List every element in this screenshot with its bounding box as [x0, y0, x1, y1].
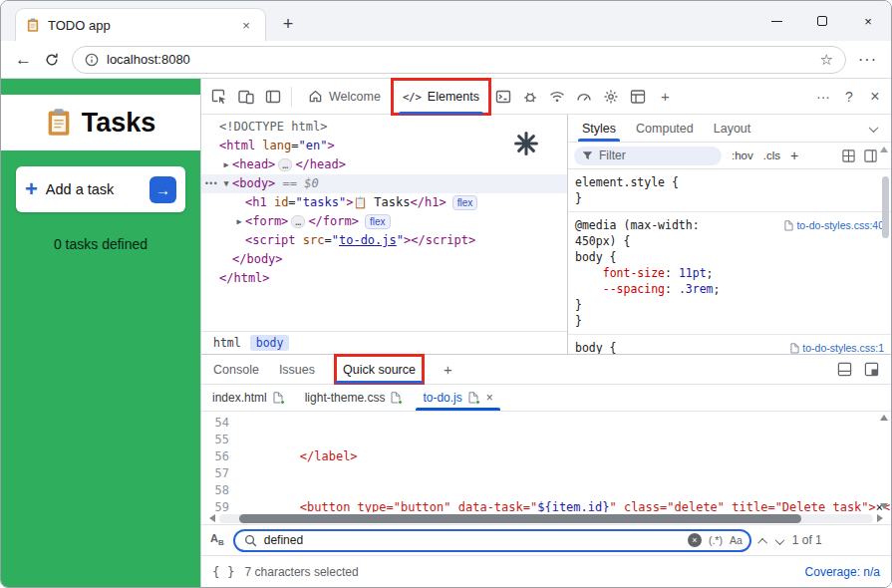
activity-bar-icon[interactable]	[259, 83, 286, 110]
close-file-icon[interactable]: ×	[486, 391, 493, 405]
refresh-button[interactable]	[44, 52, 60, 68]
browser-menu-button[interactable]: ···	[858, 51, 877, 69]
add-tools-icon[interactable]: +	[652, 83, 679, 110]
tab-styles[interactable]: Styles	[572, 115, 626, 142]
horizontal-scrollbar[interactable]	[201, 512, 891, 524]
device-emulation-icon[interactable]	[232, 83, 259, 110]
dom-node-script[interactable]: <script src="to-do.js"></script>	[201, 231, 567, 250]
stylesheet-link[interactable]: to-do-styles.css:1	[790, 340, 884, 354]
elements-panel: <!DOCTYPE html> <html lang="en"> ▶<head>…	[201, 115, 891, 354]
next-match-button[interactable]	[776, 531, 783, 549]
tab-elements[interactable]: </> Elements	[392, 79, 490, 115]
collapse-arrow-icon[interactable]: ▼	[220, 174, 232, 193]
new-tab-button[interactable]: +	[274, 10, 302, 38]
tab-welcome[interactable]: Welcome	[297, 79, 392, 115]
scroll-down-arrow[interactable]	[880, 503, 888, 509]
submit-arrow-icon[interactable]: →	[149, 176, 176, 203]
pseudo-state-button[interactable]: :hov	[732, 149, 753, 161]
search-input[interactable]: defined × (.*) Aa	[233, 529, 751, 552]
grid-editor-icon[interactable]	[842, 149, 855, 162]
tab-console[interactable]: Console	[213, 355, 259, 384]
devtools-close-icon[interactable]: ×	[863, 88, 887, 106]
dom-node-html[interactable]: <html lang="en">	[201, 137, 567, 155]
scroll-left-arrow[interactable]	[209, 514, 215, 522]
dom-node-html-close[interactable]: </html>	[201, 269, 567, 288]
tab-issues[interactable]: Issues	[279, 355, 315, 384]
media-query-rule[interactable]: @media (max-width: to-do-styles.css:40 4…	[568, 212, 891, 335]
token: "en"	[299, 139, 328, 152]
scrollbar-thumb[interactable]	[239, 514, 801, 523]
scrollbar-track[interactable]	[219, 514, 873, 523]
breadcrumb-body[interactable]: body	[250, 335, 290, 351]
devtools-help-icon[interactable]: ?	[837, 89, 861, 105]
drawer-status-bar: { } 7 characters selected Coverage: n/a	[201, 555, 891, 587]
dom-node-body[interactable]: •••▼<body> == $0	[201, 174, 567, 193]
bookmark-star-icon[interactable]: ☆	[820, 51, 833, 69]
inspect-element-icon[interactable]	[205, 83, 232, 110]
regex-toggle[interactable]: (.*)	[709, 534, 723, 546]
panel-caret-icon[interactable]	[870, 122, 877, 136]
add-drawer-tab-button[interactable]: +	[444, 361, 452, 378]
node-menu-icon[interactable]: •••	[204, 174, 217, 193]
line-number: 58	[201, 482, 229, 499]
tab-close-icon[interactable]: ×	[237, 18, 255, 33]
settings-gear-icon[interactable]	[598, 83, 625, 110]
console-tool-icon[interactable]	[490, 83, 517, 110]
breadcrumb-html[interactable]: html	[207, 335, 247, 351]
body-style-rule[interactable]: body { to-do-styles.css:1	[568, 335, 891, 354]
file-tab-to-do-js[interactable]: to-do.js ×	[412, 385, 503, 411]
close-window-button[interactable]: ×	[845, 1, 891, 41]
expand-arrow-icon[interactable]: ▶	[233, 212, 245, 231]
back-button[interactable]: ←	[15, 51, 32, 68]
tab-computed[interactable]: Computed	[626, 115, 704, 142]
application-icon[interactable]	[625, 83, 652, 110]
styles-filter-input[interactable]: Filter	[574, 147, 722, 165]
line-number-gutter[interactable]: 54 55 56 57 58 59	[201, 412, 237, 512]
maximize-button[interactable]	[799, 1, 845, 41]
scrollbar-thumb[interactable]	[882, 176, 889, 238]
tab-layout[interactable]: Layout	[704, 115, 761, 142]
scrollbar-up-arrow[interactable]	[880, 147, 888, 152]
dock-panel-icon[interactable]	[837, 362, 852, 377]
dom-node-head[interactable]: ▶<head>…</head>	[201, 155, 567, 174]
dom-node-body-close[interactable]: </body>	[201, 250, 567, 269]
previous-match-button[interactable]	[760, 531, 767, 549]
expand-arrow-icon[interactable]: ▶	[220, 155, 232, 174]
file-tab-light-theme-css[interactable]: light-theme.css	[294, 385, 413, 411]
dom-node-h1[interactable]: <h1 id="tasks">📋 Tasks</h1>flex	[201, 193, 567, 212]
token: to-do.js	[339, 233, 397, 247]
scroll-right-arrow[interactable]	[877, 514, 883, 522]
browser-tab[interactable]: TODO app ×	[15, 8, 266, 41]
coverage-link[interactable]: Coverage: n/a	[805, 565, 880, 579]
debugger-bug-icon[interactable]	[517, 83, 544, 110]
inline-style-rule[interactable]: element.style { }	[568, 169, 891, 212]
add-task-button[interactable]: + Add a task →	[16, 166, 185, 212]
file-tab-index-html[interactable]: index.html	[201, 385, 294, 411]
performance-icon[interactable]	[571, 83, 598, 110]
split-view-icon[interactable]	[864, 149, 877, 162]
line-number: 55	[201, 432, 229, 448]
class-toggle-button[interactable]: .cls	[763, 149, 780, 161]
new-style-rule-button[interactable]: +	[790, 147, 798, 163]
scroll-up-arrow[interactable]	[880, 415, 888, 421]
pretty-print-icon[interactable]: { }	[212, 564, 235, 579]
dom-node-form[interactable]: ▶<form>…</form>flex	[201, 212, 567, 231]
flex-badge[interactable]: flex	[452, 195, 478, 210]
stylesheet-link[interactable]: to-do-styles.css:40	[784, 217, 884, 233]
devtools-more-icon[interactable]: ···	[811, 89, 835, 105]
vertical-scrollbar[interactable]	[879, 415, 889, 509]
match-case-toggle[interactable]: Aa	[730, 534, 743, 546]
url-bar[interactable]: localhost:8080 ☆	[72, 46, 846, 74]
minimize-button[interactable]	[753, 1, 799, 41]
expand-panel-icon[interactable]	[864, 362, 879, 377]
asterisk-overlay-icon	[513, 131, 539, 156]
clear-search-icon[interactable]: ×	[688, 533, 702, 547]
selection-status: 7 characters selected	[245, 565, 359, 579]
code-lines[interactable]: </label> <button type="button" data-task…	[237, 412, 891, 512]
ab-toggle-icon[interactable]: AB	[210, 532, 224, 547]
todo-app-page: Tasks + Add a task → 0 tasks defined	[1, 79, 200, 587]
network-icon[interactable]	[544, 83, 571, 110]
dom-node-doctype[interactable]: <!DOCTYPE html>	[201, 118, 567, 137]
tab-quick-source[interactable]: Quick source	[335, 355, 424, 384]
flex-badge[interactable]: flex	[365, 214, 391, 229]
